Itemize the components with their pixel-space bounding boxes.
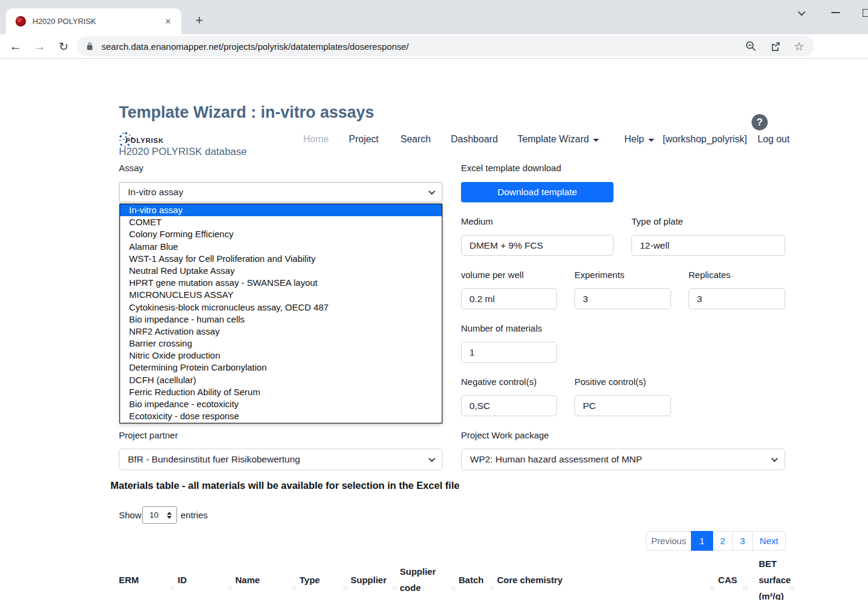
pagination-page-3[interactable]: 3: [732, 531, 753, 551]
assay-option[interactable]: HPRT gene mutation assay - SWANSEA layou…: [120, 277, 442, 289]
excel-download-label: Excel template download: [461, 163, 561, 173]
page-size-select[interactable]: 10: [142, 506, 177, 524]
column-header-id[interactable]: ID ↑↓: [178, 552, 235, 600]
number-of-materials-label: Number of materials: [461, 323, 542, 333]
column-label: Batch: [459, 572, 484, 588]
volume-field-wrap: [461, 288, 557, 309]
column-header-core-chemistry[interactable]: Core chemistry ↑↓: [497, 552, 717, 600]
materials-table-header-row: ERM ↑↓ ID ↑↓ Name ↑↓ Type ↑↓ Supplier ↑↓…: [119, 552, 785, 600]
window-maximize-button[interactable]: [858, 5, 868, 20]
zoom-out-icon[interactable]: [744, 40, 758, 53]
assay-option[interactable]: MICRONUCLEUS ASSAY: [120, 289, 442, 301]
nav-item-search[interactable]: Search: [400, 134, 431, 145]
positive-control-input[interactable]: [574, 395, 671, 416]
entries-label: entries: [181, 510, 208, 520]
assay-option[interactable]: Colony Forming Efficiency: [120, 228, 442, 240]
assay-option[interactable]: Ecotoxicity - dose response: [120, 410, 442, 422]
lock-icon: [85, 42, 94, 51]
pagination-next[interactable]: Next: [752, 531, 786, 551]
assay-option[interactable]: DCFH (acellular): [120, 374, 442, 386]
help-question-icon[interactable]: ?: [752, 114, 768, 130]
assay-option[interactable]: Nitric Oxide production: [120, 350, 442, 362]
column-header-cas[interactable]: CAS ↑↓: [717, 552, 750, 600]
sort-arrows-icon: ↑↓: [489, 580, 493, 596]
nav-item-username[interactable]: [workshop_polyrisk]: [663, 134, 747, 145]
experiments-input[interactable]: [574, 288, 671, 309]
work-package-select[interactable]: WP2: Human hazard assessment of MNP: [461, 449, 785, 470]
replicates-label: Replicates: [689, 270, 731, 280]
page-size-value: 10: [149, 511, 158, 520]
caret-down-icon: [593, 139, 599, 142]
chevron-down-icon: [771, 455, 778, 462]
nav-item-project[interactable]: Project: [349, 134, 379, 145]
pagination-page-1[interactable]: 1: [691, 531, 713, 551]
site-navbar: POLYRISK Home Project Search Dashboard T…: [0, 59, 868, 102]
sort-arrows-icon: ↑↓: [709, 580, 714, 596]
project-partner-select[interactable]: BfR - Bundesinstitut fuer Risikobewertun…: [119, 449, 442, 470]
pagination-previous[interactable]: Previous: [646, 531, 692, 551]
nav-item-home[interactable]: Home: [303, 134, 329, 145]
reload-icon[interactable]: ↻: [55, 38, 72, 55]
column-header-supplier[interactable]: Supplier ↑↓: [351, 552, 400, 600]
plate-input[interactable]: [631, 235, 785, 256]
column-header-name[interactable]: Name ↑↓: [235, 552, 300, 600]
browser-tab[interactable]: H2020 POLYRISK ×: [6, 8, 181, 34]
assay-option[interactable]: WST-1 Assay for Cell Proliferation and V…: [120, 253, 442, 265]
pagination: Previous 1 2 3 Next: [646, 531, 786, 551]
nav-item-dashboard[interactable]: Dashboard: [451, 134, 498, 145]
assay-select[interactable]: In-vitro assay: [119, 182, 442, 202]
assay-option[interactable]: Neutral Red Uptake Assay: [120, 265, 442, 277]
browser-window: H2020 POLYRISK × + ← → ↻ search.data.ena…: [0, 0, 868, 600]
assay-option[interactable]: Cytokinesis-block micronucleus assay, OE…: [120, 302, 442, 314]
column-header-batch[interactable]: Batch ↑↓: [459, 552, 497, 600]
bookmark-star-icon[interactable]: ☆: [792, 40, 806, 53]
tab-list-chevron-icon[interactable]: [794, 5, 809, 20]
back-icon[interactable]: ←: [7, 38, 24, 55]
tab-close-icon[interactable]: ×: [162, 16, 174, 28]
replicates-input[interactable]: [689, 288, 785, 309]
column-header-supplier-code[interactable]: Supplier code ↑↓: [400, 552, 459, 600]
address-bar[interactable]: search.data.enanomapper.net/projects/pol…: [77, 36, 814, 56]
column-header-bet-surface[interactable]: BET surface (m²/g) ↑↓: [750, 552, 785, 600]
experiments-field-wrap: [574, 288, 671, 309]
column-label: CAS: [718, 572, 737, 588]
negative-control-input[interactable]: [461, 395, 557, 416]
column-header-type[interactable]: Type ↑↓: [300, 552, 351, 600]
sort-arrows-icon: ↑↓: [169, 580, 174, 596]
chevron-down-icon: [429, 455, 435, 462]
assay-option[interactable]: Bio impedance - human cells: [120, 314, 442, 326]
sort-arrows-icon: ↑↓: [227, 580, 232, 596]
assay-option[interactable]: COMET: [120, 216, 442, 228]
nav-item-logout[interactable]: Log out: [758, 134, 789, 145]
volume-label: volume per well: [461, 270, 523, 280]
new-tab-button[interactable]: +: [191, 12, 208, 29]
share-icon[interactable]: [768, 40, 782, 53]
nav-item-help[interactable]: Help: [624, 134, 654, 145]
assay-option[interactable]: Barrier crossing: [120, 338, 442, 350]
volume-input[interactable]: [461, 288, 557, 309]
window-minimize-button[interactable]: [828, 5, 843, 20]
work-package-value: WP2: Human hazard assessment of MNP: [470, 454, 642, 465]
pagination-page-2[interactable]: 2: [713, 531, 733, 551]
assay-option[interactable]: Ferric Reduction Ability of Serum: [120, 386, 442, 398]
logo-text: POLYRISK: [125, 137, 164, 144]
tab-title: H2020 POLYRISK: [32, 17, 162, 26]
column-label: BET surface (m²/g): [759, 556, 785, 600]
nav-item-template-wizard[interactable]: Template Wizard: [517, 134, 599, 145]
assay-option[interactable]: Determining Protein Carbonylation: [120, 362, 442, 374]
column-label: Supplier: [351, 572, 387, 588]
number-of-materials-input[interactable]: [461, 342, 557, 363]
positive-control-label: Positive control(s): [574, 377, 646, 387]
sort-arrows-icon: ↑↓: [342, 580, 347, 596]
positive-control-field-wrap: [574, 395, 671, 416]
assay-option[interactable]: In-vitro assay: [120, 204, 442, 216]
assay-option[interactable]: Bio impedance - ecotoxicity: [120, 398, 442, 410]
url-text[interactable]: search.data.enanomapper.net/projects/pol…: [101, 41, 734, 52]
medium-input[interactable]: [461, 235, 613, 256]
forward-icon[interactable]: →: [31, 38, 48, 55]
download-template-button[interactable]: Download template: [461, 182, 613, 202]
plate-label: Type of plate: [631, 216, 683, 226]
assay-option[interactable]: NRF2 Activation assay: [120, 326, 442, 338]
column-header-erm[interactable]: ERM ↑↓: [119, 552, 178, 600]
assay-option[interactable]: Alamar Blue: [120, 241, 442, 253]
